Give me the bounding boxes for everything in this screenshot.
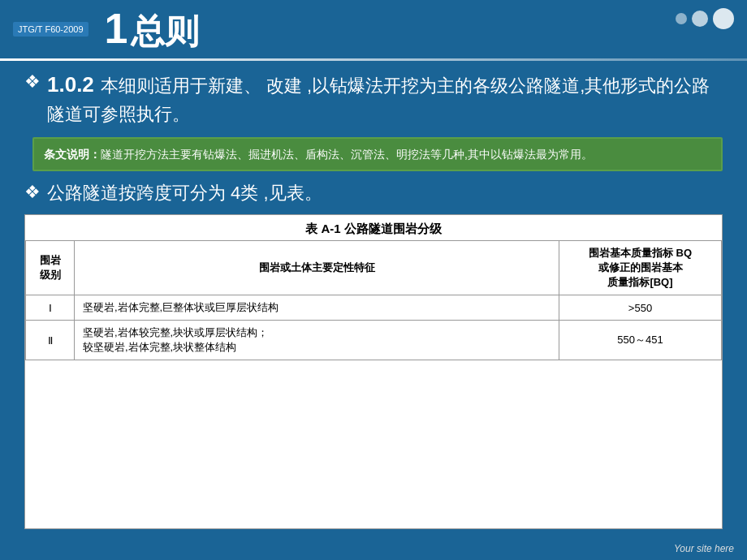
title-text: 总则 bbox=[131, 9, 199, 54]
note-box: 条文说明：隧道开挖方法主要有钻爆法、掘进机法、盾构法、沉管法、明挖法等几种,其中… bbox=[32, 137, 723, 171]
bullet-text-1: 1.0.2本细则适用于新建、 改建 ,以钻爆法开挖为主的各级公路隧道,其他形式的… bbox=[47, 69, 723, 127]
main-content: ❖ 1.0.2本细则适用于新建、 改建 ,以钻爆法开挖为主的各级公路隧道,其他形… bbox=[0, 61, 747, 537]
bullet-diamond-2: ❖ bbox=[24, 181, 41, 205]
bullet1-body: 本细则适用于新建、 改建 ,以钻爆法开挖为主的各级公路隧道,其他形式的公路隧道可… bbox=[47, 75, 710, 124]
circle-large bbox=[713, 8, 734, 29]
col-header-desc: 围岩或土体主要定性特征 bbox=[75, 241, 559, 295]
header: JTG/T F60-2009 1 总则 bbox=[0, 0, 747, 58]
table-header-row: 围岩级别 围岩或土体主要定性特征 围岩基本质量指标 BQ或修正的围岩基本质量指标… bbox=[26, 241, 722, 295]
col-header-bq: 围岩基本质量指标 BQ或修正的围岩基本质量指标[BQ] bbox=[559, 241, 722, 295]
col-header-grade: 围岩级别 bbox=[26, 241, 75, 295]
row2-desc: 坚硬岩,岩体较完整,块状或厚层状结构；较坚硬岩,岩体完整,块状整体结构 bbox=[75, 321, 559, 360]
circle-small bbox=[676, 13, 687, 24]
slide: JTG/T F60-2009 1 总则 ❖ 1.0.2本细则适用于新建、 改建 … bbox=[0, 0, 747, 560]
row1-desc: 坚硬岩,岩体完整,巨整体状或巨厚层状结构 bbox=[75, 295, 559, 321]
table-section: 表 A-1 公路隧道围岩分级 围岩级别 围岩或土体主要定性特征 围岩基本质量指标… bbox=[24, 214, 723, 529]
table-row: Ⅱ 坚硬岩,岩体较完整,块状或厚层状结构；较坚硬岩,岩体完整,块状整体结构 55… bbox=[26, 321, 722, 360]
row1-bq: >550 bbox=[559, 295, 722, 321]
note-label: 条文说明： bbox=[44, 148, 101, 161]
data-table: 围岩级别 围岩或土体主要定性特征 围岩基本质量指标 BQ或修正的围岩基本质量指标… bbox=[25, 240, 722, 360]
slide-title: 1 总则 bbox=[105, 4, 200, 54]
row2-bq: 550～451 bbox=[559, 321, 722, 360]
bullet-section-1: ❖ 1.0.2本细则适用于新建、 改建 ,以钻爆法开挖为主的各级公路隧道,其他形… bbox=[24, 69, 723, 127]
row2-grade: Ⅱ bbox=[26, 321, 75, 360]
table-title: 表 A-1 公路隧道围岩分级 bbox=[25, 215, 722, 240]
footer-text: Your site here bbox=[674, 543, 734, 554]
bullet-section-2: ❖ 公路隧道按跨度可分为 4类 ,见表。 bbox=[24, 179, 723, 206]
decoration-circles bbox=[676, 8, 734, 29]
section-number: 1.0.2 bbox=[47, 72, 94, 97]
footer: Your site here bbox=[0, 537, 747, 560]
circle-medium bbox=[692, 11, 708, 27]
row1-grade: Ⅰ bbox=[26, 295, 75, 321]
standard-label: JTG/T F60-2009 bbox=[13, 22, 89, 37]
bullet-text-2: 公路隧道按跨度可分为 4类 ,见表。 bbox=[47, 179, 322, 206]
table-row: Ⅰ 坚硬岩,岩体完整,巨整体状或巨厚层状结构 >550 bbox=[26, 295, 722, 321]
bullet-diamond-1: ❖ bbox=[24, 71, 41, 94]
title-number: 1 bbox=[105, 4, 128, 53]
note-body: 隧道开挖方法主要有钻爆法、掘进机法、盾构法、沉管法、明挖法等几种,其中以钻爆法最… bbox=[101, 148, 593, 161]
